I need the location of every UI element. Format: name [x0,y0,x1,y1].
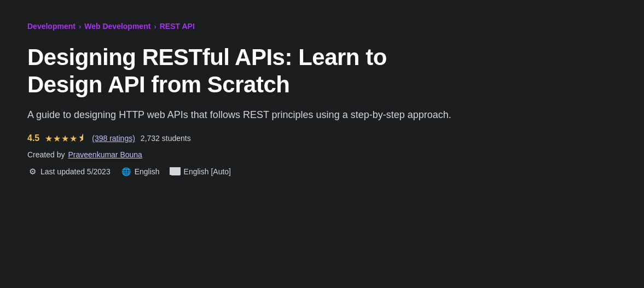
meta-row: Last updated 5/2023 English English [Aut… [27,167,454,177]
rating-row: 4.5 ★ ★ ★ ★ ⯨ (398 ratings) 2,732 studen… [27,133,454,144]
breadcrumb-development[interactable]: Development [27,22,76,31]
star-rating: ★ ★ ★ ★ ⯨ [45,133,86,144]
meta-last-updated: Last updated 5/2023 [27,167,111,177]
course-header: Development › Web Development › REST API… [27,22,454,177]
star-1: ★ [45,133,53,144]
caption-icon [171,168,181,175]
rating-score: 4.5 [27,133,39,143]
ratings-link[interactable]: (398 ratings) [92,134,135,143]
meta-captions: English [Auto] [171,167,231,176]
author-prefix: Created by [27,150,65,159]
breadcrumb-web-development[interactable]: Web Development [84,22,150,31]
breadcrumb: Development › Web Development › REST API [27,22,454,31]
star-4: ★ [69,133,77,144]
star-half: ⯨ [78,133,86,144]
breadcrumb-rest-api[interactable]: REST API [160,22,195,31]
breadcrumb-separator-2: › [154,22,156,31]
author-link[interactable]: Praveenkumar Bouna [68,150,142,159]
gear-icon [27,167,37,177]
star-3: ★ [61,133,69,144]
last-updated-text: Last updated 5/2023 [40,167,111,176]
students-count: 2,732 students [141,134,191,143]
course-description: A guide to designing HTTP web APIs that … [27,108,454,122]
breadcrumb-separator-1: › [79,22,81,31]
captions-text: English [Auto] [184,167,231,176]
language-text: English [135,167,160,176]
star-2: ★ [53,133,61,144]
course-title: Designing RESTful APIs: Learn to Design … [27,44,454,99]
globe-icon [121,167,131,177]
meta-language: English [121,167,160,177]
author-row: Created by Praveenkumar Bouna [27,150,454,159]
